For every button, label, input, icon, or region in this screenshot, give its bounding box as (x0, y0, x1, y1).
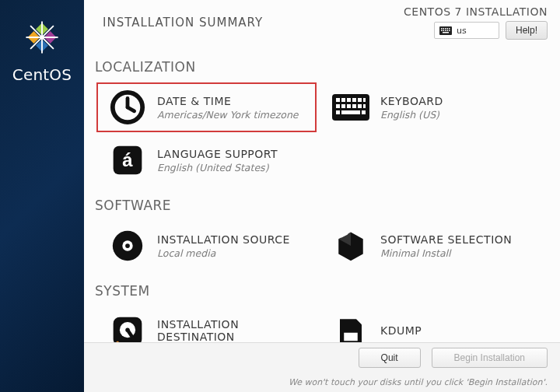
section-heading-localization: LOCALIZATION (95, 59, 541, 75)
spoke-keyboard[interactable]: KEYBOARD English (US) (318, 81, 541, 134)
package-icon (332, 227, 369, 264)
language-icon: á (109, 142, 146, 179)
svg-rect-14 (441, 30, 443, 31)
svg-rect-10 (443, 28, 444, 30)
spoke-label: DATE & TIME (157, 95, 299, 107)
svg-rect-31 (341, 104, 345, 108)
svg-rect-24 (336, 98, 340, 102)
svg-rect-33 (352, 104, 356, 108)
spoke-label: INSTALLATION DESTINATION (157, 318, 312, 342)
keyboard-layout-indicator[interactable]: us (434, 22, 499, 39)
svg-rect-30 (336, 104, 340, 108)
disc-icon (109, 227, 146, 264)
page-title: INSTALLATION SUMMARY (103, 16, 263, 30)
spoke-label: INSTALLATION SOURCE (157, 233, 290, 246)
sidebar: CentOS (0, 0, 84, 392)
svg-rect-17 (446, 30, 448, 31)
svg-rect-32 (347, 104, 351, 108)
spoke-label: SOFTWARE SELECTION (380, 233, 512, 246)
spoke-kdump[interactable]: KDUMP (318, 305, 541, 342)
spoke-status: English (United States) (157, 162, 278, 173)
svg-rect-38 (362, 110, 366, 114)
clock-icon (109, 89, 146, 126)
content-area: LOCALIZATION DATE & TIME Americas/New Yo… (84, 45, 560, 342)
svg-rect-25 (341, 98, 345, 102)
svg-rect-48 (344, 333, 358, 341)
spoke-installation-source[interactable]: INSTALLATION SOURCE Local media (95, 219, 318, 272)
main-panel: INSTALLATION SUMMARY CENTOS 7 INSTALLATI… (84, 0, 560, 392)
section-heading-system: SYSTEM (95, 283, 541, 299)
keyboard-small-icon (439, 26, 452, 35)
help-button[interactable]: Help! (506, 21, 548, 40)
svg-rect-35 (363, 104, 366, 108)
spoke-installation-destination[interactable]: INSTALLATION DESTINATION (95, 305, 318, 342)
harddisk-icon (109, 313, 146, 342)
svg-point-43 (125, 243, 130, 248)
product-subtitle: CENTOS 7 INSTALLATION (404, 5, 548, 18)
brand-text: CentOS (12, 65, 72, 84)
svg-rect-11 (445, 28, 446, 30)
svg-rect-13 (449, 28, 450, 30)
spoke-status: Local media (157, 247, 290, 259)
svg-rect-9 (441, 28, 443, 30)
footer-hint: We won't touch your disks until you clic… (96, 377, 548, 387)
svg-rect-26 (347, 98, 351, 102)
keyboard-layout-label: us (457, 26, 467, 36)
spoke-status: Americas/New York timezone (157, 109, 299, 121)
spoke-label: LANGUAGE SUPPORT (157, 148, 278, 160)
begin-installation-button[interactable]: Begin Installation (432, 348, 548, 368)
svg-rect-36 (336, 110, 340, 114)
svg-rect-27 (352, 98, 356, 102)
svg-rect-37 (341, 110, 360, 114)
topbar: INSTALLATION SUMMARY CENTOS 7 INSTALLATI… (84, 0, 560, 45)
svg-rect-29 (363, 98, 366, 102)
kdump-icon (332, 313, 369, 342)
quit-button[interactable]: Quit (359, 348, 421, 368)
svg-rect-34 (358, 104, 362, 108)
svg-line-22 (128, 107, 135, 111)
footer: Quit Begin Installation We won't touch y… (84, 342, 560, 392)
svg-rect-18 (449, 30, 450, 31)
spoke-software-selection[interactable]: SOFTWARE SELECTION Minimal Install (318, 219, 541, 272)
centos-logo-icon (19, 14, 65, 61)
svg-rect-15 (443, 30, 444, 31)
svg-text:á: á (122, 149, 133, 170)
keyboard-icon (332, 89, 369, 126)
spoke-label: KEYBOARD (380, 95, 443, 107)
spoke-status: Minimal Install (380, 247, 512, 259)
svg-rect-19 (443, 32, 449, 33)
spoke-label: KDUMP (380, 324, 422, 337)
svg-rect-16 (445, 30, 446, 31)
svg-rect-12 (446, 28, 448, 30)
section-heading-software: SOFTWARE (95, 198, 541, 213)
spoke-status: English (US) (380, 109, 443, 121)
spoke-language-support[interactable]: á LANGUAGE SUPPORT English (United State… (95, 134, 318, 187)
spoke-date-time[interactable]: DATE & TIME Americas/New York timezone (95, 81, 318, 134)
svg-rect-28 (358, 98, 362, 102)
